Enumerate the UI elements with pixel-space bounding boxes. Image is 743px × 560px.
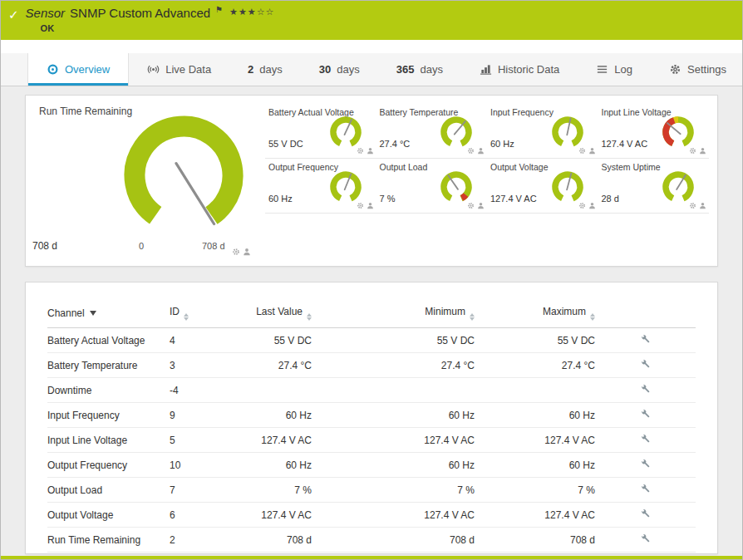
tab-30-days[interactable]: 30 days: [301, 53, 378, 86]
sort-icon: [470, 313, 475, 321]
column-label: Maximum: [543, 306, 586, 317]
tab-365-days[interactable]: 365 days: [378, 53, 461, 86]
minimum-cell: 708 d: [312, 528, 475, 553]
user-icon[interactable]: [588, 198, 596, 213]
log-list-icon: [596, 63, 608, 76]
channel-row: Battery Actual Voltage 4 55 V DC 55 V DC…: [47, 328, 696, 353]
gear-icon[interactable]: [467, 198, 475, 213]
gear-icon[interactable]: [689, 198, 696, 213]
gauge-tools: [467, 198, 485, 213]
gauge-tools: [357, 143, 374, 158]
minimum-cell: 127.4 V AC: [312, 428, 475, 453]
gauge-label: Output Voltage: [490, 162, 548, 172]
channel-row: Battery Temperature 3 27.4 °C 27.4 °C 27…: [47, 353, 696, 378]
priority-stars[interactable]: ★★★☆☆: [229, 7, 274, 17]
channel-settings-wrench-icon[interactable]: [640, 458, 652, 469]
gear-icon[interactable]: [578, 198, 586, 213]
gear-icon[interactable]: [689, 143, 696, 158]
channel-settings-wrench-icon[interactable]: [640, 433, 652, 445]
user-icon[interactable]: [243, 244, 251, 259]
tab-log[interactable]: Log: [578, 53, 651, 86]
gauge-output-load[interactable]: Output Load 7 %: [376, 159, 488, 214]
tab-overview[interactable]: Overview: [27, 53, 129, 86]
gauge-value: 28 d: [602, 194, 619, 204]
column-header-id[interactable]: ID: [170, 306, 252, 328]
run-time-remaining-gauge[interactable]: [101, 106, 267, 238]
gear-icon[interactable]: [578, 143, 586, 158]
overview-gauge-icon: [47, 63, 59, 76]
channel-id-cell: -4: [170, 378, 252, 403]
flag-icon[interactable]: ⚑: [215, 5, 223, 14]
column-label: Channel: [47, 307, 85, 319]
channel-name-cell[interactable]: Output Voltage: [47, 503, 170, 528]
tab-number: 365: [396, 63, 415, 76]
user-icon[interactable]: [367, 198, 374, 213]
channel-id-cell: 2: [170, 528, 252, 553]
sensor-header-text: Sensor SNMP Custom Advanced ⚑ ★★★☆☆ OK: [26, 6, 275, 33]
gauge-input-line-voltage[interactable]: Input Line Voltage 127.4 V AC: [598, 104, 710, 159]
gauge-scale-max: 708 d: [202, 241, 225, 251]
column-header-maximum[interactable]: Maximum: [475, 306, 595, 328]
channel-settings-wrench-icon[interactable]: [640, 383, 652, 395]
user-icon[interactable]: [367, 143, 374, 158]
sort-icon: [184, 313, 189, 321]
maximum-cell: 7 %: [475, 478, 595, 503]
gear-icon[interactable]: [467, 143, 475, 158]
gear-icon[interactable]: [357, 198, 364, 213]
channel-settings-wrench-icon[interactable]: [640, 333, 652, 345]
channel-name-cell[interactable]: Input Frequency: [47, 403, 170, 428]
channel-name-cell[interactable]: Input Line Voltage: [47, 428, 170, 453]
gauge-tools: [578, 198, 596, 213]
channel-name-cell[interactable]: Battery Temperature: [47, 353, 170, 378]
tab-historic-data[interactable]: Historic Data: [461, 53, 578, 86]
last-value-cell: [252, 378, 312, 403]
gauge-tools: [467, 143, 485, 158]
gauge-input-frequency[interactable]: Input Frequency 60 Hz: [487, 104, 598, 159]
gauge-tools: [689, 143, 706, 158]
gear-icon[interactable]: [232, 244, 240, 259]
gauge-battery-actual-voltage[interactable]: Battery Actual Voltage 55 V DC: [265, 104, 376, 159]
channel-settings-wrench-icon[interactable]: [640, 358, 652, 370]
channel-settings-wrench-icon[interactable]: [640, 508, 652, 519]
channel-id-cell: 5: [170, 428, 252, 453]
gauge-output-frequency[interactable]: Output Frequency 60 Hz: [265, 159, 376, 214]
channels-table: Channel ID Last Value Minimum Maximum Ba…: [47, 306, 696, 556]
tab-label: Settings: [687, 63, 726, 76]
channel-name-cell[interactable]: Run Time Remaining: [47, 528, 170, 553]
tab-bar: Overview Live Data 2 days 30 days 365 da…: [0, 53, 743, 86]
user-icon[interactable]: [477, 198, 485, 213]
channel-id-cell: 9: [170, 403, 252, 428]
minimum-cell: 60 Hz: [312, 453, 475, 478]
gauge-tools: [578, 143, 596, 158]
channel-name-cell[interactable]: Output Load: [47, 478, 170, 503]
gauge-value: 55 V DC: [268, 139, 303, 149]
content-area: Run Time Remaining 708 d 0 708 d Battery…: [0, 86, 743, 556]
gear-icon[interactable]: [357, 143, 364, 158]
tab-live-data[interactable]: Live Data: [129, 53, 229, 86]
column-header-channel[interactable]: Channel: [47, 306, 170, 328]
user-icon[interactable]: [699, 198, 706, 213]
gauge-value: 60 Hz: [490, 139, 514, 149]
column-header-minimum[interactable]: Minimum: [312, 306, 475, 328]
column-header-last-value[interactable]: Last Value: [252, 306, 312, 328]
gauge-system-uptime[interactable]: System Uptime 28 d: [598, 159, 710, 214]
gauge-value: 60 Hz: [268, 194, 293, 204]
tab-2-days[interactable]: 2 days: [229, 53, 301, 86]
user-icon[interactable]: [588, 143, 596, 158]
channel-settings-wrench-icon[interactable]: [640, 483, 652, 494]
channel-settings-wrench-icon[interactable]: [640, 408, 652, 420]
channel-id-cell: 6: [170, 503, 252, 528]
sort-descending-icon: [90, 311, 96, 316]
user-icon[interactable]: [699, 143, 706, 158]
tab-settings[interactable]: Settings: [651, 53, 743, 86]
channel-settings-wrench-icon[interactable]: [640, 533, 652, 544]
channel-name-cell[interactable]: Battery Actual Voltage: [47, 328, 170, 353]
gauge-battery-temperature[interactable]: Battery Temperature 27.4 °C: [376, 104, 488, 159]
channel-name-cell[interactable]: Downtime: [47, 378, 170, 403]
gauge-label: Output Load: [380, 162, 428, 172]
column-header-tools: [595, 306, 696, 328]
user-icon[interactable]: [477, 143, 485, 158]
primary-gauge-value: 708 d: [32, 240, 57, 252]
channel-name-cell[interactable]: Output Frequency: [47, 453, 170, 478]
gauge-output-voltage[interactable]: Output Voltage 127.4 V AC: [487, 159, 598, 214]
